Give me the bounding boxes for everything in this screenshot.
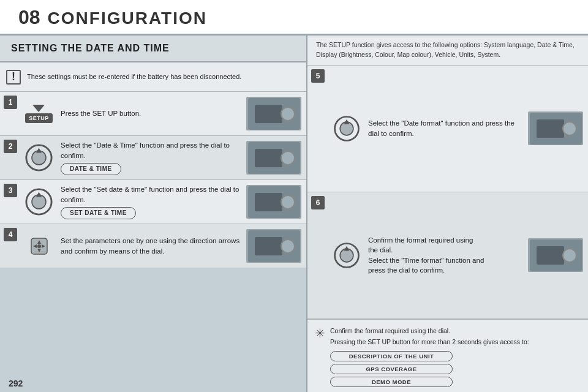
page-header: 08 CONFIGURATION [0,0,588,36]
step-image-4 [246,229,301,263]
chapter-title: CONFIGURATION [48,9,207,28]
right-steps: 5 Select the "Date format" function and … [307,66,588,319]
page: 08 CONFIGURATION SETTING THE DATE AND TI… [0,0,588,392]
step-text-2: Select the "Date & Time" function and pr… [61,140,243,175]
svg-marker-14 [344,119,349,124]
dial-svg-6 [331,239,363,271]
section-title-box: SETTING THE DATE AND TIME [0,36,306,62]
warning-text: These settings must be re-entered if the… [27,72,241,81]
step-text-1: Press the SET UP button. [61,108,243,118]
step-image-5 [528,111,583,145]
svg-point-13 [340,122,353,135]
intro-text-box: The SETUP function gives access to the f… [307,36,588,66]
bottom-note-buttons: DESCRIPTION OF THE UNIT GPS COVERAGE DEM… [330,351,529,387]
step-icon-3 [22,185,56,219]
svg-point-1 [32,151,46,165]
step-icon-2 [22,141,56,175]
section-title: SETTING THE DATE AND TIME [11,43,170,53]
warning-row: ! These settings must be re-entered if t… [0,62,306,92]
right-step-row-6: 6 Confirm the format required usingthe d… [307,192,588,319]
right-step-row-5: 5 Select the "Date format" function and … [307,66,588,192]
page-number: 292 [6,379,25,388]
bottom-note: ✳ Confirm the format required using the … [307,319,588,393]
step-image-2 [246,141,301,175]
radio-unit-4 [248,230,300,262]
radio-unit-6 [530,239,582,271]
step-text-3: Select the "Set date & time" function an… [61,184,243,219]
dial-svg-2 [22,141,56,175]
radio-unit-3 [248,186,300,218]
step-num-6: 6 [311,196,325,209]
sun-icon: ✳ [315,326,325,341]
svg-marker-5 [36,192,42,197]
step-text-6: Confirm the format required usingthe dia… [368,235,524,274]
date-time-badge: DATE & TIME [61,163,121,175]
radio-unit-2 [248,142,300,174]
radio-unit-5 [530,113,582,145]
step-icon-4 [22,229,56,263]
main-content: SETTING THE DATE AND TIME ! These settin… [0,36,588,392]
demo-mode-btn: DEMO MODE [330,377,453,387]
svg-point-11 [37,244,41,248]
svg-marker-2 [36,148,42,153]
step-num-5: 5 [311,69,325,83]
step-icon-6 [330,238,363,272]
step-image-1 [246,97,301,130]
dial-svg-5 [331,113,363,145]
gps-coverage-btn: GPS COVERAGE [330,364,453,374]
step-num-1: 1 [4,96,17,109]
intro-text: The SETUP function gives access to the f… [316,41,575,58]
chapter-number: 08 [18,6,40,29]
set-date-time-badge: SET DATE & TIME [61,207,136,219]
right-column: The SETUP function gives access to the f… [306,36,588,392]
radio-unit-1 [248,98,300,130]
step-row-4: 4 Set the parameters one by one using th… [0,224,306,268]
step-row-1: 1 SETUP Press the SET UP button. [0,92,306,136]
desc-unit-btn: DESCRIPTION OF THE UNIT [330,351,453,361]
bottom-note-content: Confirm the format required using the di… [330,325,529,388]
step-row-3: 3 Select the "Set date & time" function … [0,180,306,224]
step-icon-1: SETUP [22,97,56,130]
step-text-5: Select the "Date format" function and pr… [368,118,524,138]
step-image-3 [246,185,301,219]
step-row-2: 2 Select the "Date & Time" function and … [0,136,306,180]
bottom-note-text: Confirm the format required using the di… [330,327,529,346]
step-num-3: 3 [4,184,17,197]
svg-marker-17 [344,246,349,251]
step-image-6 [528,238,583,272]
step-num-2: 2 [4,140,17,153]
setup-label: SETUP [25,113,53,123]
warning-icon: ! [6,70,21,85]
step-num-4: 4 [4,228,17,241]
dial-svg-3 [22,185,56,219]
step-icon-5 [330,111,363,145]
arrows-svg [24,231,55,262]
step-text-4: Set the parameters one by one using the … [61,236,243,255]
left-column: SETTING THE DATE AND TIME ! These settin… [0,36,306,392]
